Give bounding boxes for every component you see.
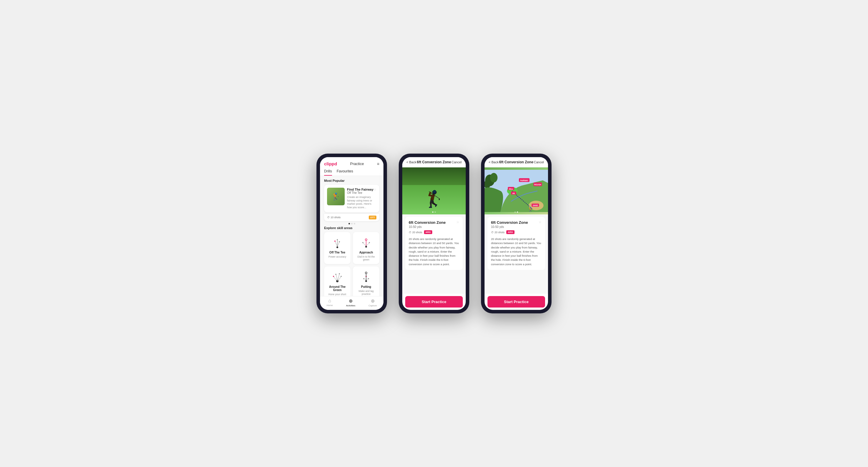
drill-info: Find The Fairway Off The Tee ☆ Create an…	[347, 188, 376, 209]
most-popular-title: Most Popular	[324, 179, 379, 182]
ott-icon	[330, 235, 345, 249]
drill-photo: 🏌️	[402, 167, 466, 214]
featured-drill-card[interactable]: 🏌️ Find The Fairway Off The Tee ☆ Create…	[324, 185, 379, 212]
detail-header: < Back 6ft Conversion Zone Cancel	[485, 157, 548, 167]
course-map-svg: FAIRWAY ROUGH Miss Hit SAND 🏌️	[485, 167, 548, 214]
cancel-button[interactable]: Cancel	[534, 160, 544, 164]
app-header: clippd Practice ≡ Drills Favourites	[320, 157, 383, 176]
drill-map: FAIRWAY ROUGH Miss Hit SAND 🏌️	[485, 167, 548, 214]
drill-meta: ⏱ 20 shots ARG	[491, 230, 541, 234]
approach-icon	[359, 235, 373, 249]
start-practice-button[interactable]: Start Practice	[488, 296, 545, 307]
svg-point-4	[334, 240, 336, 242]
svg-line-9	[363, 243, 366, 246]
svg-point-19	[365, 280, 367, 282]
svg-text:FAIRWAY: FAIRWAY	[520, 179, 529, 181]
home-icon: ⌂	[328, 298, 331, 303]
nav-capture[interactable]: ⊕ Capture	[369, 298, 377, 307]
img-dot-2[interactable]	[435, 211, 436, 213]
drill-description: 20 shots are randomly generated at dista…	[409, 237, 459, 266]
clock-icon: ⏱	[409, 231, 411, 234]
notch	[425, 154, 443, 156]
svg-line-2	[337, 242, 339, 246]
img-dot-1[interactable]	[515, 211, 516, 213]
skill-desc-approach: Dial-in to hit the green	[356, 255, 376, 261]
carousel-dots	[324, 223, 379, 224]
image-carousel-dots	[432, 211, 436, 213]
notch	[343, 154, 361, 156]
clock-icon: ⏱	[491, 231, 494, 234]
shots-count: ⏱ 10 shots	[327, 216, 341, 219]
nav-home[interactable]: ⌂ Home	[327, 298, 333, 307]
tab-drills[interactable]: Drills	[324, 169, 332, 176]
svg-line-10	[366, 243, 369, 246]
svg-point-0	[336, 246, 338, 248]
favourite-star[interactable]: ☆	[456, 220, 459, 224]
main-content: Most Popular 🏌️ Find The Fairway Off The…	[320, 176, 383, 296]
svg-text:🏌️: 🏌️	[528, 207, 533, 212]
screen-title: 6ft Conversion Zone	[417, 160, 451, 164]
back-button[interactable]: < Back	[489, 160, 499, 164]
bottom-navigation: ⌂ Home ⊕ Activities ⊕ Capture	[320, 296, 383, 310]
explore-title: Explore skill areas	[324, 226, 379, 230]
drill-subtitle: Off The Tee	[347, 191, 373, 194]
drill-info-card: 6ft Conversion Zone ☆ 10-50 yds ⏱ 20 sho…	[488, 217, 545, 270]
svg-point-29	[490, 173, 497, 182]
clock-icon: ⏱	[327, 216, 330, 219]
svg-point-20	[365, 272, 367, 274]
notch	[507, 154, 525, 156]
skill-card-atg[interactable]: Around The Green Hone your short game	[324, 266, 350, 296]
svg-point-6	[337, 239, 338, 240]
drill-name: 6ft Conversion Zone	[409, 220, 446, 225]
tab-favourites[interactable]: Favourites	[337, 169, 353, 176]
drill-detail-content: 🏌️ 6ft Conversion Zone ☆ 10-50 yds ⏱ 20 …	[402, 167, 466, 294]
svg-point-12	[362, 242, 364, 243]
skill-desc-ott: Power accuracy	[329, 255, 346, 258]
favourite-icon[interactable]: ☆	[373, 188, 376, 192]
nav-activities[interactable]: ⊕ Activities	[346, 298, 355, 307]
cancel-button[interactable]: Cancel	[452, 160, 462, 164]
skill-card-approach[interactable]: Approach Dial-in to hit the green	[353, 232, 379, 264]
skill-name-ott: Off The Tee	[330, 251, 345, 254]
shots-meta: ⏱ 20 shots	[409, 231, 422, 234]
drill-category-badge: OTT	[369, 215, 376, 220]
activities-icon: ⊕	[349, 298, 352, 304]
start-practice-button[interactable]: Start Practice	[405, 296, 463, 307]
phone-2: < Back 6ft Conversion Zone Cancel 🏌️ 6ft…	[399, 154, 469, 313]
golfer-figure: 🏌️	[424, 190, 444, 208]
drill-meta: ⏱ 20 shots ARG	[409, 230, 459, 234]
drill-detail-content: FAIRWAY ROUGH Miss Hit SAND 🏌️	[485, 167, 548, 294]
screen-title: 6ft Conversion Zone	[499, 160, 533, 164]
svg-point-8	[365, 239, 367, 240]
detail-header: < Back 6ft Conversion Zone Cancel	[402, 157, 466, 167]
dot-3[interactable]	[354, 223, 355, 224]
nav-capture-label: Capture	[369, 304, 377, 307]
header-title: Practice	[350, 162, 364, 166]
tab-bar: Drills Favourites	[324, 169, 379, 176]
app-logo: clippd	[324, 161, 337, 166]
drill-range: 10-50 yds	[409, 225, 459, 229]
favourite-star[interactable]: ☆	[538, 220, 541, 224]
phone-3: < Back 6ft Conversion Zone Cancel	[481, 154, 552, 313]
atg-icon	[330, 269, 345, 284]
drill-name: 6ft Conversion Zone	[491, 220, 528, 225]
skill-card-ott[interactable]: Off The Tee Power accuracy	[324, 232, 350, 264]
svg-text:ROUGH: ROUGH	[534, 184, 541, 186]
dot-2[interactable]	[351, 223, 352, 224]
svg-point-13	[369, 242, 370, 243]
nav-activities-label: Activities	[346, 304, 355, 307]
svg-line-1	[335, 241, 337, 246]
img-dot-1[interactable]	[432, 211, 433, 213]
menu-icon[interactable]: ≡	[377, 162, 379, 166]
img-dot-2[interactable]	[517, 211, 518, 213]
skill-name-atg: Around The Green	[327, 285, 348, 292]
arg-badge: ARG	[424, 230, 432, 234]
skill-grid: Off The Tee Power accuracy	[324, 232, 379, 296]
skill-name-putting: Putting	[361, 285, 371, 289]
skill-desc-atg: Hone your short game	[327, 293, 348, 296]
back-button[interactable]: < Back	[406, 160, 416, 164]
phone-1: clippd Practice ≡ Drills Favourites Most…	[316, 154, 387, 313]
dot-1[interactable]	[348, 223, 350, 224]
svg-text:Miss: Miss	[509, 188, 513, 190]
skill-card-putting[interactable]: Putting Make and lag practice	[353, 266, 379, 296]
